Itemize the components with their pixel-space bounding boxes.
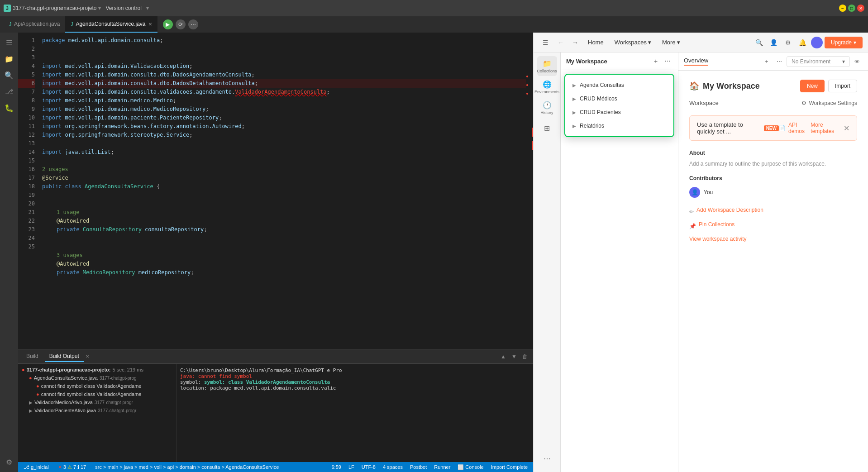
postman-workspaces-button[interactable]: Workspaces ▾: [611, 37, 655, 48]
build-error-1[interactable]: ● cannot find symbol class ValidadorAgen…: [18, 382, 176, 390]
build-tree: ● 3177-chatgpt-programacao-projeto: 5 se…: [18, 364, 176, 462]
tab-agenda-consulta[interactable]: J AgendaConsultaService.java ✕: [65, 16, 157, 33]
ide-icon: 3: [4, 5, 11, 12]
dropdown-label: Relatórios: [580, 123, 604, 129]
api-demos-link[interactable]: 📄 API demos: [779, 122, 807, 134]
about-text: Add a summary to outline the purpose of …: [689, 160, 857, 168]
import-complete-status[interactable]: Import Complete: [489, 464, 529, 470]
dropdown-chevron-icon: ▶: [572, 96, 576, 101]
build-error-2[interactable]: ● cannot find symbol class ValidadorAgen…: [18, 390, 176, 398]
error-status[interactable]: ✕ 3 ⚠ 7 ℹ 17: [56, 464, 88, 470]
maximize-button[interactable]: □: [848, 5, 855, 12]
template-actions: 📄 API demos More templates ✕: [779, 122, 849, 134]
postman-avatar[interactable]: [811, 37, 823, 48]
postman-nav: ☰ ← → Home Workspaces ▾ More ▾ 🔍 👤 ⚙ 🔔: [534, 33, 868, 52]
dropdown-label: Agenda Consultas: [580, 82, 624, 88]
run-button[interactable]: ▶: [163, 19, 173, 29]
postman-invite-icon[interactable]: 👤: [768, 36, 780, 49]
activity-menu-icon[interactable]: ☰: [3, 36, 15, 49]
view-activity-link[interactable]: View workspace activity: [689, 236, 747, 242]
sidebar-apps-icon[interactable]: ⊞: [537, 119, 557, 138]
import-button[interactable]: Import: [828, 80, 857, 92]
tab-api-application[interactable]: J ApiApplication.java: [4, 16, 65, 33]
add-tab-button[interactable]: +: [761, 56, 772, 67]
filename-label: ValidadorPacienteAtivo.java: [34, 408, 96, 413]
build-tree-file-1[interactable]: ● AgendaConsultaService.java 3177-chatgp…: [18, 374, 176, 382]
build-panel-close-icon[interactable]: ✕: [86, 354, 89, 359]
warning-icon: ⚠: [67, 464, 72, 470]
code-editor[interactable]: package med.voll.api.domain.consulta; im…: [38, 33, 526, 349]
build-error-text: java: cannot find symbol: [180, 373, 529, 379]
upgrade-button[interactable]: Upgrade ▾: [825, 37, 863, 48]
activity-git-icon[interactable]: ⎇: [3, 85, 15, 98]
build-output-tab[interactable]: Build Output: [45, 351, 84, 362]
version-control-btn[interactable]: Version control: [103, 4, 144, 12]
minimize-button[interactable]: −: [839, 5, 846, 12]
sidebar-collections-icon[interactable]: 📁 Collections: [537, 56, 557, 76]
template-close-button[interactable]: ✕: [844, 124, 849, 133]
workspace-icon: 🏠: [689, 81, 699, 91]
upgrade-chevron-icon: ▾: [854, 39, 856, 46]
dropdown-label: CRUD Médicos: [580, 95, 617, 102]
activity-search-icon[interactable]: 🔍: [3, 69, 15, 81]
postman-more-button[interactable]: More ▾: [658, 37, 684, 48]
file-detail: 3177-chatgpt-progr: [98, 408, 136, 413]
dropdown-item-relatorios[interactable]: ▶ Relatórios: [565, 119, 673, 133]
new-workspace-button[interactable]: New: [800, 80, 825, 92]
close-button[interactable]: ✕: [857, 5, 864, 12]
environment-selector[interactable]: No Environment ▾: [787, 56, 850, 67]
charset-status[interactable]: UTF-8: [360, 464, 377, 470]
activity-settings-icon[interactable]: ⚙: [3, 456, 15, 468]
build-tree-root[interactable]: ● 3177-chatgpt-programacao-projeto: 5 se…: [18, 366, 176, 374]
position-status[interactable]: 6:59: [329, 464, 343, 470]
sidebar-history-icon[interactable]: 🕐 History: [537, 98, 557, 118]
new-collection-button[interactable]: +: [651, 56, 661, 66]
postman-bell-icon[interactable]: 🔔: [796, 36, 809, 49]
postman-menu-icon[interactable]: ☰: [539, 36, 552, 49]
dropdown-item-pacientes[interactable]: ▶ CRUD Pacientes: [565, 105, 673, 119]
editor-area: 1234 56 78910 11121314 15161718 19202122…: [18, 33, 533, 349]
error-icon: ●: [22, 367, 25, 372]
workspace-links: ✏ Add Workspace Description 📌 Pin Collec…: [689, 207, 857, 246]
window-controls: − □ ✕: [839, 5, 864, 12]
activity-explorer-icon[interactable]: 📁: [3, 52, 15, 65]
more-options-button[interactable]: ⋯: [188, 19, 198, 29]
add-description-link[interactable]: Add Workspace Description: [696, 207, 763, 213]
sidebar-environments-icon[interactable]: 🌐 Environments: [537, 77, 557, 97]
postman-forward-button[interactable]: →: [570, 37, 581, 48]
encoding-status[interactable]: LF: [347, 464, 356, 470]
pin-collections-link[interactable]: Pin Collections: [699, 221, 734, 228]
collections-more-button[interactable]: ⋯: [663, 56, 672, 66]
postman-search-icon[interactable]: 🔍: [753, 36, 766, 49]
view-activity-item: View workspace activity: [689, 236, 857, 246]
activity-debug-icon[interactable]: 🐛: [3, 101, 15, 114]
more-templates-link[interactable]: More templates: [811, 122, 840, 134]
tab-more-button[interactable]: ⋯: [774, 56, 785, 67]
console-status[interactable]: ⬜ Console: [456, 464, 485, 470]
dropdown-item-agenda[interactable]: ▶ Agenda Consultas: [565, 78, 673, 92]
build-tab[interactable]: Build: [22, 351, 43, 362]
workspace-settings-link[interactable]: ⚙ Workspace Settings: [801, 100, 858, 106]
branch-status[interactable]: ⎇ g_inicial: [22, 464, 51, 470]
env-settings-button[interactable]: 👁: [852, 56, 863, 67]
postman-settings-icon[interactable]: ⚙: [782, 36, 795, 49]
workspace-title-text: My Workspace: [703, 81, 760, 91]
build-tree-file-2[interactable]: ▶ ValidadorMedicoAtivo.java 3177-chatgpt…: [18, 398, 176, 406]
postman-home-button[interactable]: Home: [584, 37, 607, 48]
build-clear-icon[interactable]: 🗑: [520, 352, 529, 361]
sidebar-more-icon[interactable]: ⋯: [537, 448, 557, 468]
runner-status[interactable]: Runner: [432, 464, 452, 470]
dropdown-item-medicos[interactable]: ▶ CRUD Médicos: [565, 92, 673, 105]
postman-back-button[interactable]: ←: [555, 37, 566, 48]
tab-close-icon[interactable]: ✕: [148, 22, 152, 27]
project-label: 3177-chatgpt-programacao-projeto:: [27, 367, 111, 372]
run-controls: ▶ ⟳ ⋯: [163, 19, 198, 29]
build-tree-file-3[interactable]: ▶ ValidadorPacienteAtivo.java 3177-chatg…: [18, 406, 176, 415]
build-scroll-down[interactable]: ▼: [510, 352, 519, 361]
error-icon: ✕: [58, 464, 62, 470]
indent-status[interactable]: 4 spaces: [381, 464, 405, 470]
postbot-status[interactable]: Postbot: [408, 464, 429, 470]
contributor-name: You: [704, 189, 713, 195]
debug-button[interactable]: ⟳: [176, 19, 186, 29]
build-scroll-up[interactable]: ▲: [499, 352, 508, 361]
